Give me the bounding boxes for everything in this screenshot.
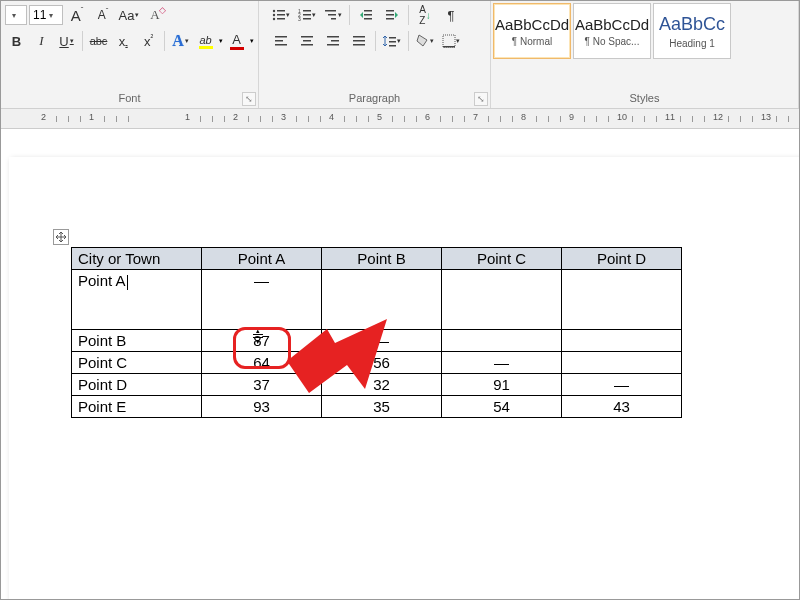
table-cell[interactable]: 87 [202, 330, 322, 352]
font-size-combo[interactable]: 11▾ [29, 5, 63, 25]
table-cell[interactable]: 64 [202, 352, 322, 374]
distance-table[interactable]: City or Town Point A Point B Point C Poi… [71, 247, 682, 418]
font-color-button[interactable]: A [225, 29, 248, 53]
table-row[interactable]: Point E 93 35 54 43 [72, 396, 682, 418]
change-case-button[interactable]: Aa▾ [117, 3, 141, 27]
table-cell[interactable]: 93 [202, 396, 322, 418]
decrease-indent-button[interactable] [354, 3, 378, 27]
table-cell[interactable] [322, 270, 442, 330]
svg-rect-28 [331, 40, 339, 42]
table-cell[interactable]: Point C [72, 352, 202, 374]
sort-button[interactable]: AZ↓ [413, 3, 437, 27]
text-cursor [127, 275, 128, 290]
svg-rect-35 [389, 45, 396, 47]
table-cell[interactable]: Point A [72, 270, 202, 330]
table-cell[interactable]: 56 [322, 352, 442, 374]
numbering-button[interactable]: 123▾ [295, 3, 319, 27]
svg-rect-9 [303, 14, 311, 16]
bold-button[interactable]: B [5, 29, 28, 53]
svg-rect-37 [443, 46, 455, 48]
paragraph-dialog-launcher[interactable]: ⤡ [474, 92, 488, 106]
table-row[interactable]: Point B 87 — [72, 330, 682, 352]
horizontal-ruler[interactable]: 2112345678910111213 [1, 109, 799, 129]
table-cell[interactable]: 35 [322, 396, 442, 418]
table-cell[interactable]: — [202, 270, 322, 330]
table-cell[interactable]: 91 [442, 374, 562, 396]
svg-rect-22 [275, 40, 283, 42]
style-no-spacing[interactable]: AaBbCcDd ¶ No Spac... [573, 3, 651, 59]
superscript-button[interactable]: x² [137, 29, 160, 53]
svg-rect-25 [303, 40, 311, 42]
italic-button[interactable]: I [30, 29, 53, 53]
font-dialog-launcher[interactable]: ⤡ [242, 92, 256, 106]
table-move-handle[interactable] [53, 229, 69, 245]
grow-font-button[interactable]: Aˆ [65, 3, 89, 27]
bullets-button[interactable]: ▾ [269, 3, 293, 27]
paragraph-group-label: Paragraph [259, 90, 490, 108]
svg-rect-16 [364, 14, 372, 16]
table-cell[interactable]: 37 [202, 374, 322, 396]
underline-button[interactable]: U▾ [55, 29, 78, 53]
table-row[interactable]: Point C 64 56 — [72, 352, 682, 374]
svg-rect-14 [331, 18, 336, 20]
table-cell[interactable]: 32 [322, 374, 442, 396]
table-cell[interactable]: — [442, 352, 562, 374]
table-row[interactable]: Point D 37 32 91 — [72, 374, 682, 396]
font-name-combo[interactable]: ▾ [5, 5, 27, 25]
table-cell[interactable] [442, 330, 562, 352]
align-center-button[interactable] [295, 29, 319, 53]
ribbon: ▾ 11▾ Aˆ Aˇ Aa▾ A◇ B I U▾ abc x₂ x² A▾ a… [1, 1, 799, 109]
align-right-button[interactable] [321, 29, 345, 53]
svg-rect-31 [353, 40, 365, 42]
svg-rect-3 [277, 14, 285, 16]
table-cell[interactable]: 43 [562, 396, 682, 418]
table-cell[interactable] [562, 330, 682, 352]
clear-formatting-button[interactable]: A◇ [143, 3, 167, 27]
align-left-button[interactable] [269, 29, 293, 53]
svg-rect-29 [327, 44, 339, 46]
table-cell[interactable] [562, 352, 682, 374]
style-normal[interactable]: AaBbCcDd ¶ Normal [493, 3, 571, 59]
multilevel-list-button[interactable]: ▾ [321, 3, 345, 27]
table-cell[interactable]: Point B [72, 330, 202, 352]
svg-rect-26 [301, 44, 313, 46]
svg-point-2 [273, 14, 275, 16]
strikethrough-button[interactable]: abc [87, 29, 110, 53]
table-cell[interactable]: — [562, 374, 682, 396]
svg-rect-7 [303, 10, 311, 12]
table-row[interactable]: Point A — [72, 270, 682, 330]
show-marks-button[interactable]: ¶ [439, 3, 463, 27]
style-heading-1[interactable]: AaBbCc Heading 1 [653, 3, 731, 59]
document-area[interactable]: City or Town Point A Point B Point C Poi… [1, 129, 799, 599]
styles-gallery[interactable]: AaBbCcDd ¶ Normal AaBbCcDd ¶ No Spac... … [493, 3, 731, 59]
svg-rect-30 [353, 36, 365, 38]
svg-rect-20 [386, 18, 394, 20]
justify-button[interactable] [347, 29, 371, 53]
svg-rect-36 [443, 35, 455, 47]
table-cell[interactable] [442, 270, 562, 330]
text-effects-button[interactable]: A▾ [169, 29, 192, 53]
svg-rect-27 [327, 36, 339, 38]
table-cell[interactable]: 54 [442, 396, 562, 418]
svg-rect-1 [277, 10, 285, 12]
table-header: City or Town [72, 248, 202, 270]
shrink-font-button[interactable]: Aˇ [91, 3, 115, 27]
svg-text:3: 3 [298, 16, 301, 22]
svg-rect-17 [364, 18, 372, 20]
increase-indent-button[interactable] [380, 3, 404, 27]
page: City or Town Point A Point B Point C Poi… [9, 157, 800, 600]
svg-rect-24 [301, 36, 313, 38]
svg-point-4 [273, 18, 275, 20]
borders-button[interactable]: ▾ [439, 29, 463, 53]
line-spacing-button[interactable]: ▾ [380, 29, 404, 53]
subscript-button[interactable]: x₂ [112, 29, 135, 53]
svg-rect-15 [364, 10, 372, 12]
font-group-label: Font [1, 90, 258, 108]
highlight-color-button[interactable]: ab [194, 29, 217, 53]
table-cell[interactable]: Point D [72, 374, 202, 396]
table-header: Point C [442, 248, 562, 270]
shading-button[interactable]: ▾ [413, 29, 437, 53]
table-cell[interactable] [562, 270, 682, 330]
table-cell[interactable]: Point E [72, 396, 202, 418]
table-cell[interactable]: — [322, 330, 442, 352]
